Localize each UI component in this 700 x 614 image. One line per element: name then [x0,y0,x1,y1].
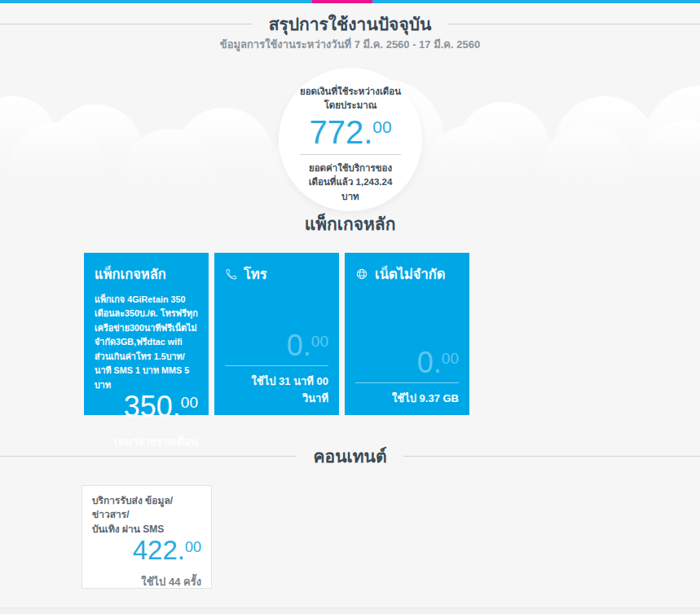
data-usage-card[interactable]: เน็ตไม่จำกัด 0.00 ใช้ไป 9.37 GB [345,253,469,415]
balance-label-line1: ยอดเงินที่ใช้ระหว่างเดือน [279,85,422,99]
balance-label-line2: โดยประมาณ [279,99,422,113]
main-package-amount: 350.00 [95,392,198,422]
call-card-footer: ใช้ไป 31 นาที 00 วินาที [225,373,328,407]
current-amount-dec: 00 [372,118,391,135]
call-card-amount: 0.00 [225,331,328,360]
data-card-footer: ใช้ไป 9.37 GB [355,390,459,407]
data-card-amount: 0.00 [355,348,459,378]
card-divider [355,382,459,383]
previous-month-amount: ยอดค่าใช้บริการของ เดือนที่แล้ว 1,243.24… [279,161,422,205]
data-card-title: เน็ตไม่จำกัด [355,263,459,285]
packages-section-title: แพ็กเกจหลัก [0,210,700,237]
data-amount-int: 0. [417,346,442,379]
sms-amount-dec: 00 [185,540,201,554]
sms-content-amount: 422.00 [92,537,201,563]
previous-line1: ยอดค่าใช้บริการของ [279,161,422,176]
call-card-title-label: โทร [244,263,267,285]
card-divider [225,365,328,366]
sms-content-label: บริการรับส่ง ข้อมูล/ข่าวสาร/ บันเทิง ผ่า… [92,494,201,537]
call-usage-card[interactable]: โทร 0.00 ใช้ไป 31 นาที 00 วินาที [214,253,339,415]
previous-line2: เดือนที่แล้ว 1,243.24 [279,175,422,190]
data-card-title-label: เน็ตไม่จำกัด [375,263,445,285]
sms-content-label-line1: บริการรับส่ง ข้อมูล/ข่าวสาร/ [92,494,201,523]
usage-summary-page: สรุปการใช้งานปัจจุบัน ข้อมูลการใช้งานระห… [0,0,700,614]
sms-content-card[interactable]: บริการรับส่ง ข้อมูล/ข่าวสาร/ บันเทิง ผ่า… [81,485,212,589]
call-amount-dec: 00 [311,334,328,349]
balance-label: ยอดเงินที่ใช้ระหว่างเดือน โดยประมาณ [279,85,422,113]
phone-icon [225,268,237,280]
content-section-title: คอนเทนต์ [297,443,403,470]
call-amount-int: 0. [287,329,311,362]
data-amount-dec: 00 [442,351,459,366]
main-package-amount-int: 350. [124,390,181,423]
previous-line3: บาท [279,190,422,205]
sms-content-footer: ใช้ไป 44 ครั้ง [92,573,201,590]
main-package-title-label: แพ็กเกจหลัก [95,263,166,285]
call-card-title: โทร [225,263,328,285]
sms-amount-int: 422. [133,535,185,565]
content-section-header: คอนเทนต์ [0,443,700,470]
current-amount-int: 772. [309,114,372,150]
balance-circle: ยอดเงินที่ใช้ระหว่างเดือน โดยประมาณ 772.… [279,68,422,211]
main-package-description: แพ็กเกจ 4GiRetain 350 เดือนละ350บ./ด. โท… [95,293,198,392]
current-amount: 772.00 [279,116,422,148]
globe-icon [355,267,368,280]
main-package-title: แพ็กเกจหลัก [95,263,198,285]
package-cards-row: แพ็กเกจหลัก แพ็กเกจ 4GiRetain 350 เดือนล… [84,253,469,415]
page-footer [0,607,700,614]
main-package-amount-dec: 00 [181,395,198,410]
main-package-card[interactable]: แพ็กเกจหลัก แพ็กเกจ 4GiRetain 350 เดือนล… [84,253,209,415]
circle-divider [300,154,401,155]
